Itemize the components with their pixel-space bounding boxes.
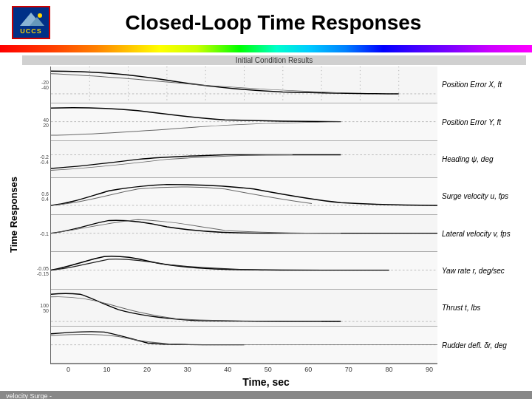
plot-row-6: [51, 252, 437, 289]
right-label-8: Rudder defl. δr, deg: [442, 327, 526, 364]
right-label-7: Thrust t, lbs: [442, 290, 526, 327]
side-label: Time Responses: [9, 176, 20, 252]
y-label-2: 40 20: [22, 103, 50, 140]
chart-container: Initial Condition Results -20 -40 40 20 …: [22, 55, 526, 373]
bottom-bar: velocity Surge -: [0, 391, 532, 399]
plot-row-1: [51, 66, 437, 103]
logo: UCCS: [12, 6, 50, 39]
logo-mountain-icon: [16, 11, 46, 27]
y-label-7: 100 50: [22, 290, 50, 327]
chart-title: Initial Condition Results: [22, 55, 526, 65]
y-label-5: -0.1: [22, 216, 50, 253]
plot-row-7: [51, 290, 437, 327]
y-label-8: [22, 327, 50, 364]
plot-row-5: [51, 215, 437, 252]
x-axis-label: Time, sec: [242, 376, 290, 388]
right-label-5: Lateral velocity v, fps: [442, 216, 526, 253]
bottom-bar-text: velocity Surge -: [6, 392, 52, 399]
right-label-2: Position Error Y, ft: [442, 103, 526, 140]
right-label-3: Heading ψ, deg: [442, 141, 526, 178]
plot-row-8: [51, 327, 437, 364]
footer: Time, sec: [0, 373, 532, 391]
svg-point-3: [38, 13, 42, 18]
y-label-3: -0.2 -0.4: [22, 141, 50, 178]
y-label-1: -20 -40: [22, 66, 50, 103]
plots-area: -20 -40 40 20 -0.2 -0.4 0.6 0.4 -0.1: [22, 66, 526, 364]
rainbow-bar: [0, 45, 532, 52]
plot-row-4: [51, 178, 437, 215]
x-axis-area: 0 10 20 30 40 50 60 70 80 90: [22, 364, 526, 373]
y-axis-labels: -20 -40 40 20 -0.2 -0.4 0.6 0.4 -0.1: [22, 66, 50, 364]
x-axis-ticks: 0 10 20 30 40 50 60 70 80 90: [66, 364, 433, 373]
logo-text: UCCS: [20, 27, 42, 35]
right-label-6: Yaw rate r, deg/sec: [442, 253, 526, 290]
plot-row-3: [51, 141, 437, 178]
main-content: Time Responses Initial Condition Results…: [0, 55, 532, 373]
side-label-container: Time Responses: [6, 55, 22, 373]
y-label-6: -0.05 -0.15: [22, 253, 50, 290]
right-label-1: Position Error X, ft: [442, 66, 526, 103]
y-label-4: 0.6 0.4: [22, 178, 50, 215]
right-labels: Position Error X, ft Position Error Y, f…: [437, 66, 526, 364]
right-label-4: Surge velocity u, fps: [442, 178, 526, 215]
plot-rows: [50, 66, 437, 364]
page-title: Closed-Loop Time Responses: [65, 11, 482, 35]
plot-row-2: [51, 103, 437, 140]
header: UCCS Closed-Loop Time Responses: [0, 0, 532, 45]
